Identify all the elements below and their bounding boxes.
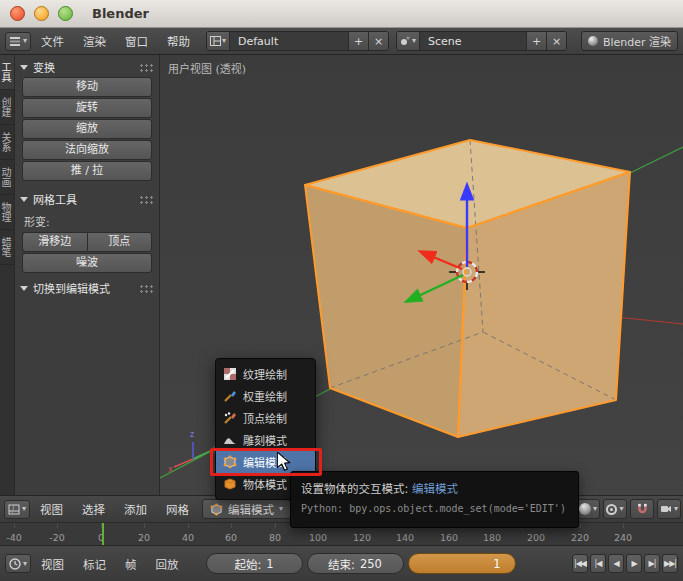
tab-animation[interactable]: 动画 — [0, 160, 14, 195]
pivot-point-dropdown[interactable]: ▾ — [603, 499, 627, 519]
layout-name-field[interactable]: Default — [230, 32, 348, 50]
menu-timeline-view[interactable]: 视图 — [32, 552, 73, 576]
menu-window[interactable]: 窗口 — [116, 29, 157, 53]
pivot-icon — [606, 504, 617, 515]
menu-marker[interactable]: 标记 — [74, 552, 115, 576]
ruler-tick: 200 — [527, 532, 545, 543]
jump-to-start-button[interactable]: |◀◀ — [572, 554, 588, 573]
tab-create[interactable]: 创建 — [0, 90, 14, 125]
scene-selector: ▾ Scene + × — [396, 31, 567, 51]
menu-playback[interactable]: 回放 — [147, 552, 188, 576]
scene-add-button[interactable]: + — [526, 32, 546, 50]
chevron-down-icon: ▾ — [22, 505, 26, 513]
tab-grease-pencil[interactable]: 蜡笔 — [0, 230, 14, 265]
tooltip-text: 设置物体的交互模式: 编辑模式 — [301, 480, 568, 496]
render-view-dropdown[interactable]: ▾ — [657, 499, 681, 519]
ruler-tick: 80 — [269, 532, 281, 543]
start-frame-value: 1 — [266, 557, 273, 571]
shrink-fatten-button[interactable]: 法向缩放 — [22, 140, 152, 160]
tool-shelf: 工具 创建 关系 动画 物理 蜡笔 变换 移动 旋转 缩放 法向缩放 推 / 拉… — [0, 55, 160, 495]
menu-item-vertex-paint[interactable]: 顶点绘制 — [216, 407, 315, 429]
info-editor-icon — [9, 36, 21, 46]
editor-type-info-button[interactable]: ▾ — [5, 32, 31, 51]
scale-button[interactable]: 缩放 — [22, 119, 152, 139]
layout-delete-button[interactable]: × — [368, 32, 388, 50]
render-engine-selector[interactable]: Blender 渲染 — [581, 31, 678, 51]
menu-select[interactable]: 选择 — [73, 497, 114, 521]
tab-tools[interactable]: 工具 — [0, 55, 14, 90]
annotation-highlight-box — [210, 448, 322, 476]
current-frame-playhead[interactable] — [102, 523, 104, 545]
scene-browse-button[interactable]: ▾ — [397, 32, 420, 50]
ruler-tick: 140 — [396, 532, 414, 543]
chevron-down-icon: ▾ — [23, 560, 27, 568]
viewport-shading-dropdown[interactable]: ▾ — [576, 499, 600, 519]
menu-frame[interactable]: 帧 — [116, 552, 146, 576]
ruler-tick: 120 — [353, 532, 371, 543]
editor-type-timeline-button[interactable]: ▾ — [5, 554, 31, 573]
edge-slide-button[interactable]: 滑移边 — [22, 232, 87, 252]
menu-mesh[interactable]: 网格 — [157, 497, 198, 521]
editor-type-3dview-button[interactable]: ▾ — [4, 500, 30, 519]
menu-view[interactable]: 视图 — [31, 497, 72, 521]
noise-button[interactable]: 噪波 — [22, 253, 152, 273]
current-frame-field[interactable]: 1 — [408, 553, 516, 574]
start-frame-label: 起始: — [234, 556, 261, 572]
menu-item-texture-paint[interactable]: 纹理绘制 — [216, 363, 315, 385]
tooltip-label: 设置物体的交互模式: — [301, 482, 412, 496]
panel-header-mesh-tools[interactable]: 网格工具 — [15, 190, 159, 208]
tab-relations[interactable]: 关系 — [0, 125, 14, 160]
window-title: Blender — [92, 6, 149, 21]
maximize-window-button[interactable] — [58, 6, 73, 21]
snap-button[interactable] — [630, 499, 654, 519]
scene-delete-button[interactable]: × — [546, 32, 566, 50]
next-keyframe-button[interactable]: ▶| — [644, 554, 660, 573]
chevron-down-icon: ▾ — [674, 505, 678, 513]
panel-drag-handle[interactable] — [139, 63, 154, 72]
texture-paint-icon — [223, 367, 237, 381]
play-reverse-button[interactable]: ◀ — [608, 554, 624, 573]
panel-title: 切换到编辑模式 — [33, 280, 110, 296]
panel-header-transform[interactable]: 变换 — [15, 58, 159, 76]
chevron-down-icon: ▾ — [23, 37, 27, 45]
menu-item-label: 顶点绘制 — [243, 410, 287, 426]
layout-add-button[interactable]: + — [348, 32, 368, 50]
menu-render[interactable]: 渲染 — [74, 29, 115, 53]
tool-shelf-panels: 变换 移动 旋转 缩放 法向缩放 推 / 拉 网格工具 形变: 滑移边 顶点 噪… — [15, 55, 159, 495]
edit-mode-icon — [210, 503, 223, 516]
view-perspective-label: 用户视图 (透视) — [168, 60, 246, 76]
timeline-header: ▾ 视图 标记 帧 回放 起始: 1 结束: 250 1 |◀◀ |◀ ◀ ▶ … — [0, 545, 683, 581]
translate-button[interactable]: 移动 — [22, 77, 152, 97]
tab-physics[interactable]: 物理 — [0, 195, 14, 230]
scene-name-field[interactable]: Scene — [420, 32, 526, 50]
end-frame-value: 250 — [360, 557, 382, 571]
minimize-window-button[interactable] — [34, 6, 49, 21]
rotate-button[interactable]: 旋转 — [22, 98, 152, 118]
ruler-tick: 20 — [138, 532, 150, 543]
end-frame-field[interactable]: 结束: 250 — [307, 553, 404, 574]
panel-drag-handle[interactable] — [139, 284, 154, 293]
start-frame-field[interactable]: 起始: 1 — [206, 553, 303, 574]
panel-drag-handle[interactable] — [139, 195, 154, 204]
tool-shelf-tabs: 工具 创建 关系 动画 物理 蜡笔 — [0, 55, 15, 495]
push-pull-button[interactable]: 推 / 拉 — [22, 161, 152, 181]
panel-title: 网格工具 — [33, 191, 77, 207]
prev-keyframe-button[interactable]: |◀ — [590, 554, 606, 573]
jump-to-end-button[interactable]: ▶▶| — [662, 554, 678, 573]
screen-layout-icon — [210, 36, 221, 46]
menu-item-weight-paint[interactable]: 权重绘制 — [216, 385, 315, 407]
vertex-slide-button[interactable]: 顶点 — [87, 232, 153, 252]
menu-help[interactable]: 帮助 — [158, 29, 199, 53]
mode-dropdown[interactable]: 编辑模式 ▾ — [202, 499, 291, 519]
ruler-tick: -40 — [6, 532, 22, 543]
panel-header-switch-edit-mode[interactable]: 切换到编辑模式 — [15, 279, 159, 297]
clock-icon — [9, 558, 21, 570]
svg-text:x: x — [168, 465, 173, 474]
menu-file[interactable]: 文件 — [32, 29, 73, 53]
menu-add[interactable]: 添加 — [115, 497, 156, 521]
close-window-button[interactable] — [10, 6, 25, 21]
play-button[interactable]: ▶ — [626, 554, 642, 573]
camera-icon — [660, 504, 672, 514]
layout-browse-button[interactable]: ▾ — [207, 32, 230, 50]
chevron-down-icon: ▾ — [412, 37, 416, 45]
